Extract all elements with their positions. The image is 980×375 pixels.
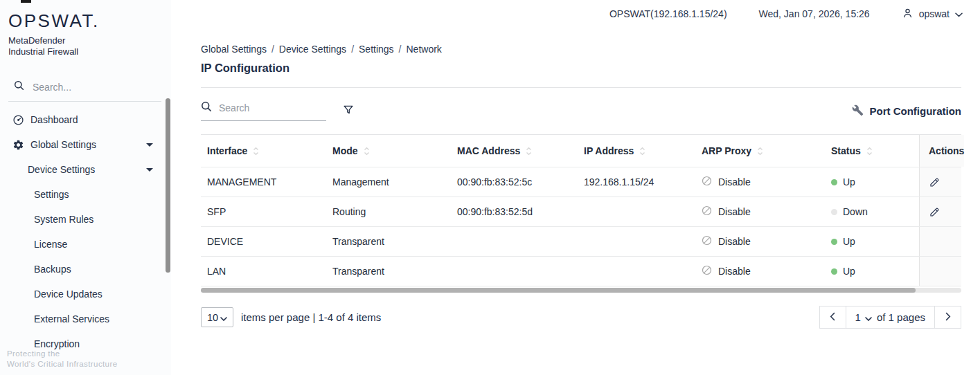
cell-actions	[919, 197, 961, 226]
search-icon	[201, 101, 212, 115]
cell-mode: Management	[326, 167, 451, 196]
cell-interface: SFP	[201, 197, 326, 226]
sidebar-item-global-settings[interactable]: Global Settings	[0, 132, 171, 157]
product-name: MetaDefender Industrial Firewall	[8, 35, 171, 57]
status-dot	[831, 209, 837, 215]
chevron-down-icon	[955, 8, 963, 19]
page-indicator: 1 of 1 pages	[846, 307, 935, 328]
chevron-right-icon	[945, 311, 951, 324]
sidebar-item-label: Dashboard	[30, 114, 78, 125]
gauge-icon	[12, 114, 24, 126]
cell-actions	[919, 167, 961, 196]
sidebar-footer-tagline: Protecting the World's Critical Infrastr…	[7, 349, 117, 369]
table-row: MANAGEMENT Management 00:90:fb:83:52:5c …	[201, 167, 961, 196]
column-header-mode[interactable]: Mode	[326, 135, 451, 167]
topbar: OPSWAT(192.168.1.15/24) Wed, Jan 07, 202…	[171, 0, 980, 28]
chevron-down-icon	[865, 311, 872, 323]
sidebar-item-settings[interactable]: Settings	[0, 182, 171, 207]
sidebar-item-label: Device Settings	[28, 164, 95, 175]
sidebar-item-device-updates[interactable]: Device Updates	[0, 282, 171, 307]
tagline-line2: World's Critical Infrastructure	[7, 359, 117, 369]
cell-interface: DEVICE	[201, 227, 326, 256]
sidebar-item-system-rules[interactable]: System Rules	[0, 207, 171, 232]
table-toolbar: Port Configuration	[201, 88, 961, 134]
cell-arp-proxy: Disable	[695, 257, 825, 286]
table-row: SFP Routing 00:90:fb:83:52:5d Disable Do…	[201, 196, 961, 226]
tagline-line1: Protecting the	[7, 349, 117, 359]
column-header-interface[interactable]: Interface	[201, 135, 326, 167]
current-page-select[interactable]: 1	[855, 311, 872, 323]
filter-button[interactable]	[343, 104, 354, 118]
sort-icon	[757, 147, 763, 156]
page-title: IP Configuration	[201, 62, 961, 75]
cell-arp-proxy: Disable	[695, 227, 825, 256]
product-name-line2: Industrial Firewall	[8, 46, 171, 57]
datetime-label: Wed, Jan 07, 2026, 15:26	[759, 8, 870, 19]
breadcrumb-global-settings[interactable]: Global Settings	[201, 44, 267, 55]
breadcrumb-separator: /	[351, 44, 354, 55]
sidebar-item-license[interactable]: License	[0, 232, 171, 257]
sidebar: OPSWAT. MetaDefender Industrial Firewall…	[0, 0, 171, 375]
table-search-input[interactable]	[219, 102, 316, 113]
search-icon	[14, 80, 24, 93]
caret-down-icon	[146, 143, 153, 147]
breadcrumb-device-settings[interactable]: Device Settings	[279, 44, 346, 55]
column-header-status[interactable]: Status	[825, 135, 919, 167]
cell-mode: Routing	[326, 197, 451, 226]
sidebar-item-external-services[interactable]: External Services	[0, 307, 171, 331]
port-configuration-button[interactable]: Port Configuration	[852, 104, 961, 118]
previous-page-button[interactable]	[820, 307, 846, 328]
sidebar-item-label: System Rules	[34, 214, 93, 225]
cell-ip-address	[578, 257, 695, 286]
opswat-logo: OPSWAT.	[8, 10, 171, 32]
main-area: OPSWAT(192.168.1.15/24) Wed, Jan 07, 202…	[171, 0, 980, 375]
sidebar-item-dashboard[interactable]: Dashboard	[0, 107, 171, 132]
cell-mac-address: 00:90:fb:83:52:5d	[451, 197, 578, 226]
sidebar-search[interactable]	[8, 80, 161, 102]
sort-icon	[253, 147, 259, 156]
user-icon	[902, 7, 914, 21]
sidebar-item-backups[interactable]: Backups	[0, 257, 171, 282]
table-search[interactable]	[201, 101, 326, 121]
status-dot	[831, 179, 837, 185]
sidebar-item-label: External Services	[34, 313, 109, 324]
page-size-select[interactable]: 10	[201, 307, 233, 327]
breadcrumb-separator: /	[399, 44, 402, 55]
cell-status: Up	[825, 167, 919, 196]
sidebar-item-label: Settings	[34, 189, 69, 200]
sort-icon	[866, 147, 873, 156]
breadcrumb-network[interactable]: Network	[407, 44, 442, 55]
edit-icon[interactable]	[929, 176, 941, 188]
sidebar-item-device-settings[interactable]: Device Settings	[0, 157, 171, 182]
cell-status: Up	[825, 257, 919, 286]
sidebar-item-label: Encryption	[34, 338, 80, 349]
port-configuration-label: Port Configuration	[870, 105, 961, 117]
sidebar-scrollbar[interactable]	[166, 98, 170, 273]
cell-mac-address: 00:90:fb:83:52:5c	[451, 167, 578, 196]
column-header-arp-proxy[interactable]: ARP Proxy	[695, 135, 825, 167]
cell-interface: LAN	[201, 257, 326, 286]
cell-mac-address	[451, 227, 578, 256]
horizontal-scrollbar-thumb[interactable]	[201, 288, 916, 293]
sidebar-nav: Dashboard Global Settings Device Setting…	[0, 107, 171, 356]
cell-mac-address	[451, 257, 578, 286]
filter-icon	[343, 104, 354, 118]
sidebar-search-input[interactable]	[33, 82, 136, 93]
breadcrumb-separator: /	[271, 44, 274, 55]
username: opswat	[919, 8, 950, 19]
table-row: LAN Transparent Disable Up	[201, 256, 961, 286]
sort-icon	[364, 147, 370, 156]
user-menu[interactable]: opswat	[902, 7, 963, 21]
column-header-ip-address[interactable]: IP Address	[578, 135, 695, 167]
top-edge-artifact	[21, 0, 31, 3]
horizontal-scrollbar-track[interactable]	[201, 288, 961, 293]
breadcrumb-settings[interactable]: Settings	[359, 44, 394, 55]
column-header-mac-address[interactable]: MAC Address	[451, 135, 578, 167]
disable-icon	[702, 235, 712, 248]
chevron-left-icon	[830, 311, 835, 324]
edit-icon[interactable]	[929, 206, 941, 218]
pages-count-label: of 1 pages	[877, 311, 925, 323]
cell-mode: Transparent	[326, 227, 451, 256]
cell-actions	[919, 257, 961, 286]
next-page-button[interactable]	[935, 307, 961, 328]
